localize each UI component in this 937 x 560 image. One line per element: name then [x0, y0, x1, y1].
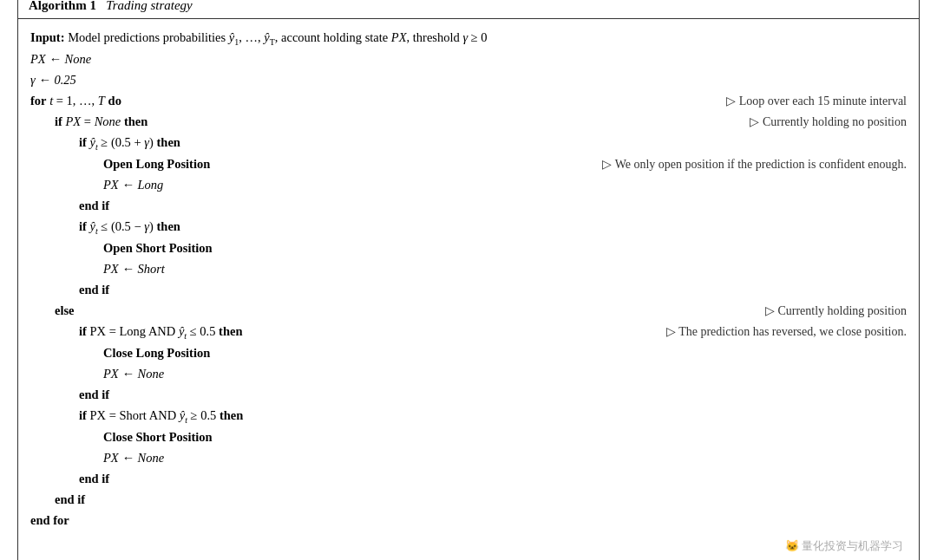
if-px-none-comment: ▷ Currently holding no position — [750, 112, 907, 132]
endif3: end if — [79, 387, 109, 401]
input-text: Model predictions probabilities ŷ1, …, ŷ… — [68, 30, 487, 44]
if-px-long: if PX = Long AND ŷt ≤ 0.5 then — [79, 324, 243, 338]
px-none1-line: PX ← None — [30, 364, 907, 385]
if-yt-ge-line: if ŷt ≥ (0.5 + γ) then — [30, 133, 907, 154]
px-long-line: PX ← Long — [30, 175, 907, 196]
endif5-line: end if — [30, 490, 907, 511]
algorithm-content: Input: Model predictions probabilities ŷ… — [18, 19, 919, 560]
endif4: end if — [79, 472, 109, 485]
endif1: end if — [79, 199, 109, 212]
close-short-position-line: Close Short Position — [30, 427, 907, 448]
watermark-icon: 🐱 — [785, 539, 802, 552]
open-long-comment: ▷ We only open position if the predictio… — [602, 154, 907, 174]
endif1-line: end if — [30, 196, 907, 217]
px-none2-line: PX ← None — [30, 448, 907, 469]
endif2-line: end if — [30, 280, 907, 301]
init-gamma-line: γ ← 0.25 — [30, 70, 907, 91]
for-line: for t = 1, …, T do ▷ Loop over each 15 m… — [30, 91, 907, 112]
open-long-label: Open Long Position — [103, 157, 210, 171]
algorithm-box: Algorithm 1 Trading strategy Input: Mode… — [17, 0, 920, 560]
else-keyword: else — [55, 303, 75, 317]
open-short-position-line: Open Short Position — [30, 238, 907, 259]
algorithm-title: Trading strategy — [106, 0, 193, 12]
init-px: PX ← None — [30, 52, 91, 66]
px-long: PX ← Long — [103, 178, 163, 192]
else-comment: ▷ Currently holding position — [765, 301, 907, 321]
px-short: PX ← Short — [103, 262, 165, 276]
endif3-line: end if — [30, 385, 907, 406]
for-keyword: for t = 1, …, T do — [30, 94, 121, 107]
if-px-none-line: if PX = None then ▷ Currently holding no… — [30, 112, 907, 133]
input-line: Input: Model predictions probabilities ŷ… — [30, 28, 907, 49]
if-yt-le: if ŷt ≤ (0.5 − γ) then — [79, 219, 180, 233]
if-px-short: if PX = Short AND ŷt ≥ 0.5 then — [79, 408, 243, 422]
algorithm-title-bar: Algorithm 1 Trading strategy — [18, 0, 919, 19]
px-none2: PX ← None — [103, 451, 164, 465]
endif5: end if — [55, 492, 85, 506]
px-short-line: PX ← Short — [30, 259, 907, 280]
close-long-position-line: Close Long Position — [30, 343, 907, 364]
if-px-none: if PX = None then — [55, 114, 147, 128]
if-yt-le-line: if ŷt ≤ (0.5 − γ) then — [30, 217, 907, 238]
open-short-label: Open Short Position — [103, 241, 213, 255]
watermark: 🐱 量化投资与机器学习 — [30, 537, 907, 555]
close-long-label: Close Long Position — [103, 346, 210, 360]
px-none1: PX ← None — [103, 367, 164, 381]
endfor: end for — [30, 513, 69, 527]
if-px-long-line: if PX = Long AND ŷt ≤ 0.5 then ▷ The pre… — [30, 322, 907, 343]
endif2: end if — [79, 283, 109, 296]
for-comment: ▷ Loop over each 15 minute interval — [726, 91, 907, 111]
endif4-line: end if — [30, 469, 907, 490]
open-long-position-line: Open Long Position ▷ We only open positi… — [30, 154, 907, 175]
init-px-line: PX ← None — [30, 49, 907, 70]
if-px-short-line: if PX = Short AND ŷt ≥ 0.5 then — [30, 406, 907, 427]
close-short-label: Close Short Position — [103, 430, 213, 444]
if-yt-ge: if ŷt ≥ (0.5 + γ) then — [79, 135, 180, 149]
watermark-text: 量化投资与机器学习 — [802, 539, 903, 552]
endfor-line: end for — [30, 511, 907, 531]
else-line: else ▷ Currently holding position — [30, 301, 907, 322]
init-gamma: γ ← 0.25 — [30, 73, 76, 87]
input-label: Input: — [30, 30, 65, 44]
if-px-long-comment: ▷ The prediction has reversed, we close … — [666, 322, 907, 342]
algorithm-label: Algorithm 1 — [29, 0, 96, 12]
